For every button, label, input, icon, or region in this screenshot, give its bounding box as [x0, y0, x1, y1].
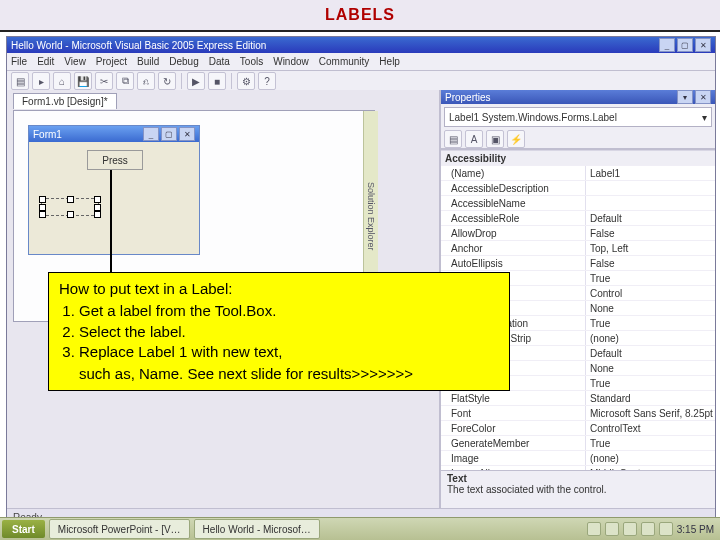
- property-row[interactable]: AnchorTop, Left: [441, 241, 715, 256]
- form-min-icon[interactable]: _: [143, 127, 159, 141]
- close-button[interactable]: ✕: [695, 38, 711, 52]
- prop-value[interactable]: [585, 181, 715, 195]
- prop-name[interactable]: AccessibleRole: [441, 211, 585, 225]
- categorized-icon[interactable]: ▤: [444, 130, 462, 148]
- menu-data[interactable]: Data: [209, 56, 230, 67]
- form1[interactable]: Form1 _ ▢ ✕ Press: [28, 125, 200, 255]
- prop-value[interactable]: Control: [585, 286, 715, 300]
- menu-window[interactable]: Window: [273, 56, 309, 67]
- system-tray[interactable]: 3:15 PM: [587, 522, 720, 536]
- menu-edit[interactable]: Edit: [37, 56, 54, 67]
- minimize-button[interactable]: _: [659, 38, 675, 52]
- prop-value[interactable]: None: [585, 301, 715, 315]
- prop-name[interactable]: Font: [441, 406, 585, 420]
- prop-value[interactable]: Microsoft Sans Serif, 8.25pt: [585, 406, 715, 420]
- prop-value[interactable]: True: [585, 271, 715, 285]
- object-selector[interactable]: Label1 System.Windows.Forms.Label ▾: [444, 107, 712, 127]
- property-row[interactable]: FlatStyleStandard: [441, 391, 715, 406]
- property-row[interactable]: GenerateMemberTrue: [441, 436, 715, 451]
- property-row[interactable]: AccessibleRoleDefault: [441, 211, 715, 226]
- property-row[interactable]: Image(none): [441, 451, 715, 466]
- windows-taskbar[interactable]: Start Microsoft PowerPoint - [V…Hello Wo…: [0, 517, 720, 540]
- property-row[interactable]: AutoEllipsisFalse: [441, 256, 715, 271]
- clock[interactable]: 3:15 PM: [677, 524, 714, 535]
- property-row[interactable]: AccessibleDescription: [441, 181, 715, 196]
- prop-value[interactable]: False: [585, 256, 715, 270]
- form-close-icon[interactable]: ✕: [179, 127, 195, 141]
- prop-name[interactable]: AllowDrop: [441, 226, 585, 240]
- menu-file[interactable]: File: [11, 56, 27, 67]
- property-row[interactable]: FontMicrosoft Sans Serif, 8.25pt: [441, 406, 715, 421]
- toolbar-button[interactable]: ⧉: [116, 72, 134, 90]
- property-row[interactable]: Accessibility: [441, 150, 715, 166]
- prop-name[interactable]: AccessibleDescription: [441, 181, 585, 195]
- toolbar-button[interactable]: 💾: [74, 72, 92, 90]
- prop-value[interactable]: Label1: [585, 166, 715, 180]
- properties-toolbar[interactable]: ▤ A ▣ ⚡: [441, 130, 715, 149]
- menu-project[interactable]: Project: [96, 56, 127, 67]
- toolbar-button[interactable]: ↻: [158, 72, 176, 90]
- prop-name[interactable]: AutoEllipsis: [441, 256, 585, 270]
- prop-value[interactable]: True: [585, 316, 715, 330]
- prop-value[interactable]: True: [585, 436, 715, 450]
- tray-icon[interactable]: [641, 522, 655, 536]
- toolbar-button[interactable]: ⌂: [53, 72, 71, 90]
- prop-name[interactable]: FlatStyle: [441, 391, 585, 405]
- prop-value[interactable]: True: [585, 376, 715, 390]
- pin-icon[interactable]: ▾: [677, 90, 693, 104]
- prop-name[interactable]: AccessibleName: [441, 196, 585, 210]
- menu-bar[interactable]: FileEditViewProjectBuildDebugDataToolsWi…: [7, 53, 715, 71]
- tray-icon[interactable]: [659, 522, 673, 536]
- maximize-button[interactable]: ▢: [677, 38, 693, 52]
- prop-name[interactable]: ForeColor: [441, 421, 585, 435]
- prop-value[interactable]: Default: [585, 211, 715, 225]
- toolbar-button[interactable]: ✂: [95, 72, 113, 90]
- property-row[interactable]: ForeColorControlText: [441, 421, 715, 436]
- label1-control[interactable]: [41, 198, 99, 216]
- toolbar-button[interactable]: ⚙: [237, 72, 255, 90]
- form-titlebar[interactable]: Form1 _ ▢ ✕: [29, 126, 199, 142]
- menu-community[interactable]: Community: [319, 56, 370, 67]
- start-button[interactable]: Start: [2, 520, 45, 538]
- prop-name[interactable]: (Name): [441, 166, 585, 180]
- menu-view[interactable]: View: [64, 56, 86, 67]
- toolbar-button[interactable]: ?: [258, 72, 276, 90]
- alphabetical-icon[interactable]: A: [465, 130, 483, 148]
- prop-value[interactable]: ControlText: [585, 421, 715, 435]
- menu-tools[interactable]: Tools: [240, 56, 263, 67]
- taskbar-task[interactable]: Hello World - Microsof…: [194, 519, 320, 539]
- press-button[interactable]: Press: [87, 150, 143, 170]
- toolbar-button[interactable]: ▸: [32, 72, 50, 90]
- menu-debug[interactable]: Debug: [169, 56, 198, 67]
- property-row[interactable]: AllowDropFalse: [441, 226, 715, 241]
- prop-name[interactable]: Anchor: [441, 241, 585, 255]
- panel-close-icon[interactable]: ✕: [695, 90, 711, 104]
- taskbar-task[interactable]: Microsoft PowerPoint - [V…: [49, 519, 190, 539]
- vb-titlebar[interactable]: Hello World - Microsoft Visual Basic 200…: [7, 37, 715, 53]
- prop-value[interactable]: (none): [585, 451, 715, 465]
- prop-name[interactable]: GenerateMember: [441, 436, 585, 450]
- tray-icon[interactable]: [587, 522, 601, 536]
- property-row[interactable]: AccessibleName: [441, 196, 715, 211]
- prop-value[interactable]: None: [585, 361, 715, 375]
- toolbar-button[interactable]: ■: [208, 72, 226, 90]
- props-icon[interactable]: ▣: [486, 130, 504, 148]
- prop-value[interactable]: Standard: [585, 391, 715, 405]
- designer-tab[interactable]: Form1.vb [Design]*: [13, 93, 117, 109]
- prop-value[interactable]: Default: [585, 346, 715, 360]
- toolbar[interactable]: ▤▸⌂💾✂⧉⎌↻▶■⚙?: [7, 71, 715, 92]
- menu-help[interactable]: Help: [379, 56, 400, 67]
- prop-value[interactable]: Top, Left: [585, 241, 715, 255]
- tray-icon[interactable]: [623, 522, 637, 536]
- menu-build[interactable]: Build: [137, 56, 159, 67]
- toolbar-button[interactable]: ▶: [187, 72, 205, 90]
- events-icon[interactable]: ⚡: [507, 130, 525, 148]
- prop-name[interactable]: Image: [441, 451, 585, 465]
- properties-header[interactable]: Properties ▾ ✕: [441, 90, 715, 104]
- form-max-icon[interactable]: ▢: [161, 127, 177, 141]
- toolbar-button[interactable]: ▤: [11, 72, 29, 90]
- toolbar-button[interactable]: ⎌: [137, 72, 155, 90]
- prop-value[interactable]: (none): [585, 331, 715, 345]
- property-row[interactable]: (Name)Label1: [441, 166, 715, 181]
- tray-icon[interactable]: [605, 522, 619, 536]
